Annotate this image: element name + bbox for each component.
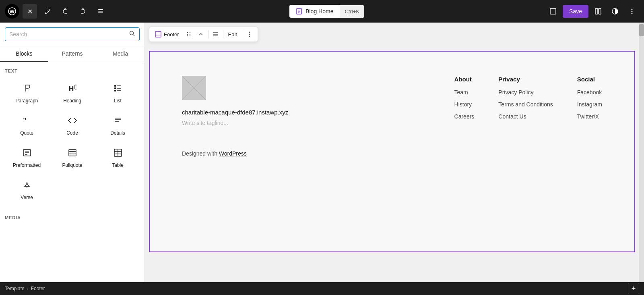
keyboard-shortcut: Ctrl+K [340, 5, 364, 18]
toolbar-separator [208, 30, 208, 38]
block-list[interactable]: List [96, 78, 140, 109]
block-more-button[interactable] [244, 29, 255, 40]
toolbar-right: Save [546, 4, 639, 19]
contrast-button[interactable] [608, 4, 622, 19]
align-button[interactable] [210, 29, 221, 40]
footer-link-terms[interactable]: Terms and Conditions [498, 101, 553, 108]
svg-point-48 [187, 35, 188, 36]
footer-link-contact[interactable]: Contact Us [498, 113, 553, 120]
svg-text:": " [23, 116, 27, 125]
more-options-button[interactable] [625, 4, 639, 19]
footer-label: Footer [164, 31, 179, 37]
top-toolbar: W ✕ Blog Home Ctrl+K Save [0, 0, 644, 23]
footer-main-row: charitable-macaque-dfde87.instawp.xyz Wr… [182, 76, 602, 126]
svg-point-13 [632, 9, 633, 10]
footer-nav-about: About Team History Careers [454, 76, 475, 125]
svg-rect-42 [155, 31, 161, 37]
svg-text:"  ": " " [70, 151, 74, 154]
footer-logo [182, 76, 206, 100]
undo-button[interactable] [58, 4, 72, 19]
right-scrollbar[interactable] [639, 23, 644, 282]
canvas-area: Footer Edit [145, 23, 639, 282]
svg-point-23 [114, 88, 116, 89]
footer-link-privacy-policy[interactable]: Privacy Policy [498, 89, 553, 96]
svg-rect-4 [98, 12, 103, 13]
details-icon [113, 116, 123, 127]
footer-link-facebook[interactable]: Facebook [577, 89, 602, 96]
close-button[interactable]: ✕ [23, 4, 37, 19]
footer-nav-social-heading: Social [577, 76, 602, 83]
tab-patterns[interactable]: Patterns [48, 46, 97, 62]
tab-blocks[interactable]: Blocks [0, 46, 48, 62]
search-input-wrapper [5, 27, 140, 41]
footer-nav-about-heading: About [454, 76, 475, 83]
menu-button[interactable] [93, 4, 108, 19]
svg-point-54 [249, 34, 250, 35]
toolbar-center: Blog Home Ctrl+K [111, 5, 543, 18]
toolbar-separator-2 [223, 30, 223, 38]
footer-nav-social: Social Facebook Instagram Twitter/X [577, 76, 602, 125]
up-down-button[interactable] [195, 29, 206, 40]
svg-rect-3 [98, 11, 103, 12]
svg-rect-2 [98, 9, 103, 10]
view-button[interactable] [546, 4, 560, 19]
breadcrumb-template[interactable]: Template [5, 286, 25, 291]
wp-logo[interactable]: W [5, 4, 19, 19]
footer-link-team[interactable]: Team [454, 89, 475, 96]
footer-nav-privacy-heading: Privacy [498, 76, 553, 83]
logo-placeholder-svg [182, 76, 206, 100]
tab-media[interactable]: Media [96, 46, 144, 62]
designed-with-text: Designed with [182, 150, 219, 157]
block-preformatted[interactable]: Preformatted [5, 143, 49, 173]
block-table[interactable]: Table [96, 143, 140, 173]
block-pullquote[interactable]: " " Pullquote [50, 143, 94, 173]
preformatted-label: Preformatted [13, 162, 41, 168]
svg-rect-10 [595, 8, 598, 14]
details-label: Details [110, 130, 125, 136]
block-heading[interactable]: H Heading [50, 78, 94, 109]
block-code[interactable]: Code [50, 110, 94, 141]
table-label: Table [112, 162, 124, 168]
svg-point-44 [187, 32, 188, 33]
block-verse[interactable]: Verse [5, 175, 49, 206]
block-paragraph[interactable]: Paragraph [5, 78, 49, 109]
footer-link-twitter[interactable]: Twitter/X [577, 113, 602, 120]
save-button[interactable]: Save [563, 5, 588, 18]
footer-nav-columns: About Team History Careers Privacy Priva… [454, 76, 602, 125]
paragraph-label: Paragraph [15, 98, 38, 104]
footer-link-instagram[interactable]: Instagram [577, 101, 602, 108]
svg-point-15 [632, 13, 633, 14]
blog-home-button[interactable]: Blog Home [289, 5, 340, 18]
block-details[interactable]: Details [96, 110, 140, 141]
split-view-button[interactable] [591, 4, 605, 19]
search-input[interactable] [9, 31, 126, 37]
footer-block-icon [155, 31, 161, 37]
edit-button[interactable]: Edit [225, 29, 240, 40]
footer-tagline-placeholder[interactable]: Write site tagline... [182, 120, 438, 126]
svg-point-22 [114, 85, 116, 87]
add-block-button[interactable]: + [628, 283, 639, 294]
breadcrumb-footer[interactable]: Footer [31, 286, 45, 291]
code-icon [68, 116, 77, 127]
canvas-block-toolbar: Footer Edit [149, 27, 258, 42]
list-icon [113, 83, 123, 95]
pencil-button[interactable] [40, 4, 55, 19]
pullquote-icon: " " [68, 148, 77, 159]
quote-icon: " [22, 116, 32, 127]
heading-label: Heading [63, 98, 81, 104]
footer-link-careers[interactable]: Careers [454, 113, 475, 120]
wordpress-link[interactable]: WordPress [219, 150, 247, 157]
footer-link-history[interactable]: History [454, 101, 475, 108]
table-icon [113, 148, 123, 159]
drag-icon [186, 31, 192, 37]
footer-nav-privacy: Privacy Privacy Policy Terms and Conditi… [498, 76, 553, 125]
breadcrumb-separator: › [27, 286, 29, 291]
pullquote-label: Pullquote [62, 162, 82, 168]
block-quote[interactable]: " Quote [5, 110, 49, 141]
drag-handle-button[interactable] [183, 29, 194, 40]
redo-button[interactable] [76, 4, 90, 19]
svg-text:W: W [10, 8, 15, 15]
chevron-updown-icon [198, 31, 204, 37]
search-submit-button[interactable] [129, 30, 135, 38]
footer-block[interactable]: charitable-macaque-dfde87.instawp.xyz Wr… [149, 51, 635, 252]
